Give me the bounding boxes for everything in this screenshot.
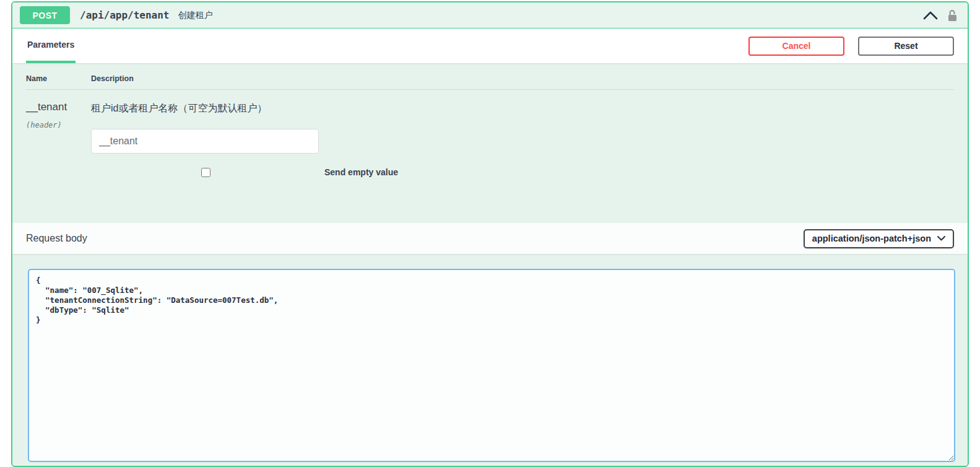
- cancel-button[interactable]: Cancel: [748, 37, 844, 56]
- chevron-up-icon: [923, 11, 938, 20]
- http-method-badge: POST: [20, 6, 70, 24]
- reset-button[interactable]: Reset: [858, 37, 954, 56]
- send-empty-row: Send empty value: [91, 167, 954, 177]
- parameter-location: (header): [26, 121, 91, 129]
- collapse-button[interactable]: [923, 11, 938, 20]
- request-body-editor[interactable]: { "name": "007_Sqlite", "tenantConnectio…: [28, 269, 955, 462]
- operation-summary-bar[interactable]: POST /api/app/tenant 创建租户: [12, 2, 968, 28]
- parameter-name: __tenant: [26, 101, 91, 113]
- authorize-button[interactable]: [947, 9, 958, 22]
- parameter-value-input[interactable]: [91, 129, 319, 154]
- send-empty-label: Send empty value: [324, 167, 398, 177]
- column-header-name: Name: [26, 74, 91, 83]
- operation-tab-header: Parameters Cancel Reset: [12, 28, 968, 63]
- content-type-dropdown[interactable]: application/json-patch+json: [804, 229, 954, 248]
- tab-parameters-label: Parameters: [27, 40, 74, 50]
- endpoint-summary: 创建租户: [178, 10, 213, 21]
- content-type-selected-value: application/json-patch+json: [812, 234, 931, 243]
- request-body-header: Request body application/json-patch+json: [12, 223, 968, 254]
- unlock-icon: [947, 9, 958, 22]
- request-body-section: { "name": "007_Sqlite", "tenantConnectio…: [12, 254, 968, 467]
- parameters-section: Name Description __tenant (header) 租户id或…: [12, 63, 968, 223]
- parameter-row-tenant: __tenant (header) 租户id或者租户名称（可空为默认租户） Se…: [26, 96, 954, 177]
- tab-parameters[interactable]: Parameters: [26, 28, 76, 63]
- endpoint-path: /api/app/tenant: [80, 9, 170, 21]
- parameter-description: 租户id或者租户名称（可空为默认租户）: [91, 102, 954, 115]
- send-empty-checkbox[interactable]: [201, 168, 210, 177]
- request-body-title: Request body: [26, 233, 87, 244]
- column-header-description: Description: [91, 74, 134, 83]
- operation-block-post-tenant: POST /api/app/tenant 创建租户: [11, 1, 969, 467]
- parameters-column-headers: Name Description: [26, 74, 954, 83]
- chevron-down-icon: [937, 236, 945, 241]
- column-header-divider: [26, 89, 954, 90]
